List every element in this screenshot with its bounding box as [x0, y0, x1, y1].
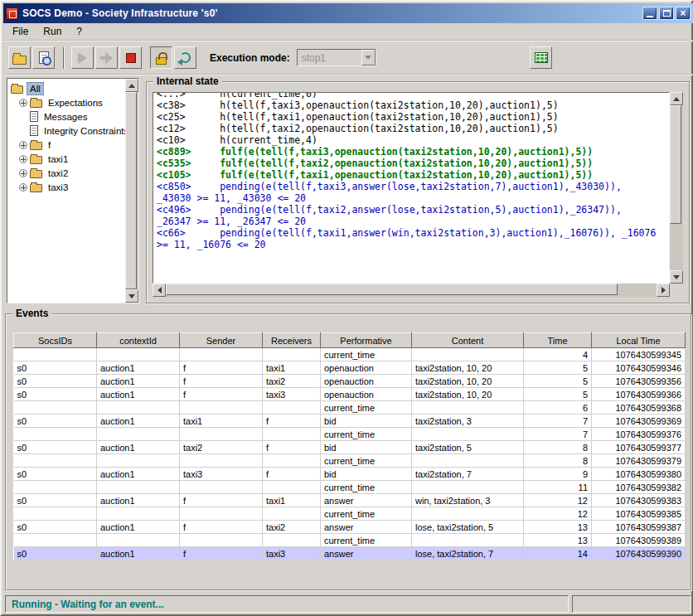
document-magnifier-icon — [39, 51, 49, 64]
tree-item-messages[interactable]: Messages — [7, 109, 125, 124]
menu-item-file[interactable]: File — [5, 24, 36, 39]
table-cell: taxi2station, 10, 20 — [412, 375, 524, 388]
table-row[interactable]: current_time121076430599385 — [14, 507, 686, 521]
table-row[interactable]: current_time131076430599389 — [14, 534, 686, 547]
lock-button[interactable] — [150, 46, 172, 69]
play-icon — [78, 52, 87, 64]
scrollbar-thumb[interactable] — [125, 92, 137, 289]
close-button[interactable]: × — [676, 7, 691, 20]
column-header-content[interactable]: Content — [412, 333, 524, 348]
table-cell: current_time — [321, 507, 412, 521]
app-icon — [6, 7, 18, 20]
table-row[interactable]: current_time81076430599379 — [14, 454, 686, 468]
table-cell — [412, 534, 524, 547]
table-cell — [263, 481, 321, 494]
column-header-socsids[interactable]: SocsIDs — [14, 333, 97, 348]
open-button[interactable] — [8, 46, 31, 69]
table-cell: s0 — [14, 361, 97, 375]
maximize-button[interactable] — [659, 7, 674, 20]
table-row[interactable]: s0auction1ftaxi1openauctiontaxi2station,… — [14, 361, 686, 375]
table-row[interactable]: s0auction1taxi2fbidtaxi2station, 5810764… — [14, 441, 686, 454]
close-icon: × — [680, 8, 686, 18]
tree-expand-icon[interactable] — [19, 155, 27, 163]
tree-expand-icon[interactable] — [19, 99, 27, 107]
table-row[interactable]: s0auction1taxi1fbidtaxi2station, 3710764… — [14, 415, 686, 428]
refresh-button[interactable] — [174, 46, 196, 69]
stop-button[interactable] — [119, 46, 142, 69]
internal-state-line: _26347 >= 11, _26347 <= 20 — [157, 216, 666, 227]
scroll-right-button[interactable] — [657, 284, 670, 297]
toolbar-separator — [63, 47, 65, 69]
scrollbar-thumb[interactable] — [166, 284, 618, 295]
scroll-down-button[interactable] — [670, 270, 683, 284]
scroll-up-button[interactable] — [670, 92, 683, 105]
table-cell: 1076430599366 — [592, 388, 686, 401]
table-cell: 1076430599346 — [592, 361, 686, 375]
tree-item-integrity-constraints[interactable]: Integrity Constraints — [7, 124, 125, 138]
scroll-down-button[interactable] — [125, 289, 138, 303]
table-row[interactable]: current_time41076430599345 — [14, 348, 686, 361]
internal-state-line: <c535> fulf(e(tell(f,taxi2,openauction(t… — [157, 158, 666, 169]
table-row[interactable]: current_time71076430599376 — [14, 428, 686, 441]
table-cell: openauction — [321, 388, 412, 401]
play-button[interactable] — [71, 46, 94, 69]
table-row[interactable]: s0auction1ftaxi3answerlose, taxi2station… — [14, 547, 686, 560]
table-row[interactable]: s0auction1ftaxi2openauctiontaxi2station,… — [14, 375, 686, 388]
statusbar: Running - Waiting for an event... — [3, 594, 693, 614]
table-cell — [180, 481, 263, 494]
events-table-button[interactable] — [530, 46, 552, 69]
menu-item-help[interactable]: ? — [69, 24, 90, 39]
table-row[interactable]: current_time111076430599382 — [14, 481, 686, 494]
tree-item-taxi1[interactable]: taxi1 — [7, 152, 125, 166]
column-header-sender[interactable]: Sender — [180, 333, 263, 348]
tree-item-f[interactable]: f — [7, 138, 125, 152]
table-row[interactable]: s0auction1taxi3fbidtaxi2station, 7910764… — [14, 468, 686, 481]
table-cell: f — [180, 521, 263, 534]
table-cell: s0 — [14, 375, 97, 388]
folder-icon — [11, 85, 23, 94]
tree-item-all[interactable]: All — [7, 81, 125, 95]
table-cell: 1076430599385 — [592, 507, 686, 521]
minimize-button[interactable] — [642, 7, 657, 20]
tree-item-taxi2[interactable]: taxi2 — [7, 166, 125, 180]
table-cell: auction1 — [97, 388, 180, 401]
tree-expand-icon[interactable] — [19, 169, 27, 177]
table-row[interactable]: current_time61076430599368 — [14, 401, 686, 415]
internal-state-title: Internal state — [153, 75, 222, 87]
internal-state-line: _43030 >= 11, _43030 <= 20 — [157, 192, 666, 204]
table-cell: f — [180, 547, 263, 560]
column-header-performative[interactable]: Performative — [321, 333, 412, 348]
scroll-up-button[interactable] — [125, 79, 138, 92]
scroll-left-button[interactable] — [153, 284, 166, 297]
scrollbar-thumb[interactable] — [670, 105, 681, 224]
table-row[interactable]: s0auction1ftaxi1answerwin, taxi2station,… — [14, 494, 686, 507]
tree-label: taxi1 — [46, 153, 70, 165]
table-cell — [97, 348, 180, 361]
column-header-time[interactable]: Time — [524, 333, 592, 348]
table-cell: f — [180, 494, 263, 507]
column-header-contextid[interactable]: contextId — [97, 333, 180, 348]
table-cell: 1076430599389 — [592, 534, 686, 547]
tree-item-taxi3[interactable]: taxi3 — [7, 180, 125, 194]
table-cell — [180, 507, 263, 521]
tree-label: taxi3 — [46, 182, 70, 193]
table-cell: 1076430599387 — [592, 521, 686, 534]
step-button[interactable] — [95, 46, 118, 69]
internal-state-text[interactable]: <...> h(current_time,6)<c38> h(tell(f,ta… — [153, 92, 670, 284]
menu-item-run[interactable]: Run — [36, 24, 69, 39]
tree-expand-icon[interactable] — [19, 141, 27, 149]
internal-state-line: <c105> fulf(e(tell(f,taxi1,openauction(t… — [157, 169, 666, 181]
column-header-local-time[interactable]: Local Time — [592, 333, 686, 348]
table-cell — [263, 401, 321, 415]
inspect-society-button[interactable] — [32, 46, 55, 69]
table-cell: bid — [321, 415, 412, 428]
table-row[interactable]: s0auction1ftaxi2answerlose, taxi2station… — [14, 521, 686, 534]
execution-mode-select[interactable]: stop1 — [297, 49, 376, 66]
app-window: SOCS Demo - Society Infrastructure 's0' … — [0, 0, 693, 616]
column-header-receivers[interactable]: Receivers — [263, 333, 321, 348]
tree-expand-icon[interactable] — [19, 183, 27, 192]
table-cell: taxi2 — [263, 521, 321, 534]
table-row[interactable]: s0auction1ftaxi3openauctiontaxi2station,… — [14, 388, 686, 401]
events-header-row: SocsIDscontextIdSenderReceiversPerformat… — [14, 333, 686, 348]
tree-item-expectations[interactable]: Expectations — [7, 95, 125, 109]
